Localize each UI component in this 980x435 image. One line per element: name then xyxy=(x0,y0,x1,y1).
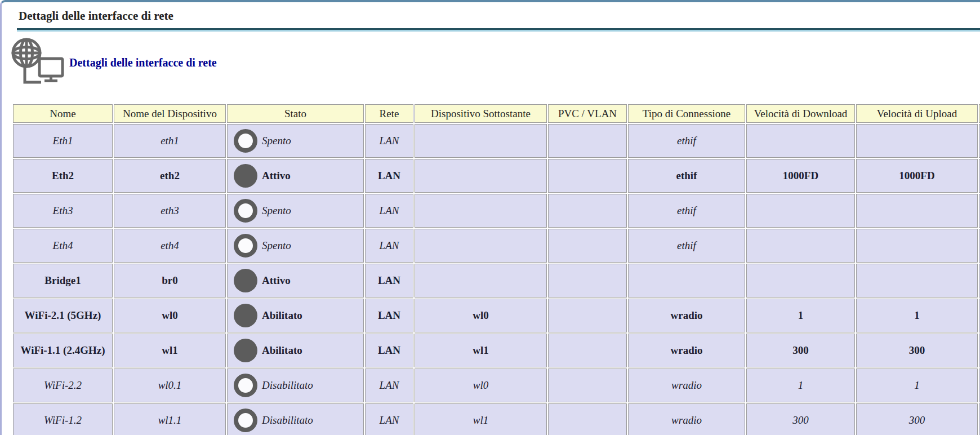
cell-status: Spento xyxy=(227,229,364,263)
status-label: Attivo xyxy=(262,170,291,181)
cell-status: Attivo xyxy=(227,264,364,298)
cell-pvc_vlan xyxy=(548,264,627,298)
cell-network: LAN xyxy=(365,124,413,158)
status-label: Spento xyxy=(262,205,291,216)
status-label: Disabilitato xyxy=(262,379,313,391)
cell-connection: ethif xyxy=(628,229,745,263)
cell-underlying: wl0 xyxy=(415,299,547,332)
cell-download: 300 xyxy=(746,403,855,435)
cell-device: eth2 xyxy=(114,159,226,193)
cell-underlying xyxy=(415,194,547,228)
cell-pvc_vlan xyxy=(548,194,627,228)
cell-name: WiFi-2.1 (5GHz) xyxy=(13,299,113,332)
cell-download xyxy=(746,229,855,263)
table-row: WiFi-2.1 (5GHz)wl0AbilitatoLANwl0wradio1… xyxy=(13,299,980,332)
status-label: Spento xyxy=(262,239,291,251)
column-header-pvc_vlan: PVC / VLAN xyxy=(548,104,627,123)
cell-pvc_vlan xyxy=(548,369,627,402)
cell-upload: 1 xyxy=(856,299,978,332)
cell-connection: ethif xyxy=(628,194,745,228)
cell-network: LAN xyxy=(365,159,413,193)
cell-upload xyxy=(856,229,978,263)
table-row: Bridge1br0AttivoLAN xyxy=(13,264,980,298)
cell-download xyxy=(746,124,855,158)
cell-network: LAN xyxy=(365,299,413,332)
cell-status: Abilitato xyxy=(227,334,364,367)
cell-name: Eth2 xyxy=(13,159,113,193)
cell-connection xyxy=(628,264,745,298)
cell-connection: wradio xyxy=(628,403,745,435)
column-header-device: Nome del Dispositivo xyxy=(114,104,226,123)
column-header-underlying: Dispositivo Sottostante xyxy=(415,104,547,123)
cell-network: LAN xyxy=(365,403,413,435)
status-inactive-icon xyxy=(234,234,257,258)
cell-download: 1000FD xyxy=(746,159,855,193)
cell-device: wl0 xyxy=(114,299,226,332)
page-title: Dettagli delle interfacce di rete xyxy=(2,2,980,28)
cell-download xyxy=(746,264,855,298)
cell-underlying xyxy=(415,159,547,193)
status-inactive-icon xyxy=(234,129,257,153)
cell-pvc_vlan xyxy=(548,124,627,158)
status-label: Abilitato xyxy=(262,309,302,321)
cell-status: Spento xyxy=(227,124,364,158)
cell-pvc_vlan xyxy=(548,334,627,367)
status-active-icon xyxy=(234,164,257,188)
cell-pvc_vlan xyxy=(548,229,627,263)
table-row: Eth3eth3SpentoLANethif xyxy=(13,194,980,228)
cell-upload: 300 xyxy=(856,334,978,367)
cell-status: Disabilitato xyxy=(227,369,364,402)
column-header-connection: Tipo di Connessione xyxy=(628,104,745,123)
cell-name: WiFi-1.1 (2.4GHz) xyxy=(13,334,113,367)
cell-connection: wradio xyxy=(628,369,745,402)
cell-connection: wradio xyxy=(628,334,745,367)
cell-name: WiFi-2.2 xyxy=(13,369,113,402)
column-header-download: Velocità di Download xyxy=(746,104,855,123)
status-inactive-icon xyxy=(234,374,257,397)
cell-device: wl1.1 xyxy=(114,403,226,435)
cell-network: LAN xyxy=(365,194,413,228)
cell-network: LAN xyxy=(365,334,413,367)
cell-network: LAN xyxy=(365,369,413,402)
status-active-icon xyxy=(234,339,257,362)
cell-connection: ethif xyxy=(628,159,745,193)
cell-connection: wradio xyxy=(628,299,745,332)
status-label: Attivo xyxy=(262,274,291,286)
cell-device: wl1 xyxy=(114,334,226,367)
table-row: WiFi-1.1 (2.4GHz)wl1AbilitatoLANwl1wradi… xyxy=(13,334,980,367)
network-interface-details-page: Dettagli delle interfacce di rete Dettag… xyxy=(0,0,980,435)
status-inactive-icon xyxy=(234,199,257,223)
cell-name: Bridge1 xyxy=(13,264,113,298)
cell-underlying: wl1 xyxy=(415,334,547,367)
status-inactive-icon xyxy=(234,409,257,432)
cell-name: WiFi-1.2 xyxy=(13,403,113,435)
cell-device: eth3 xyxy=(114,194,226,228)
cell-underlying: wl1 xyxy=(415,403,547,435)
title-divider xyxy=(17,28,980,32)
cell-name: Eth3 xyxy=(13,194,113,228)
cell-device: wl0.1 xyxy=(114,369,226,402)
cell-device: br0 xyxy=(114,264,226,298)
cell-underlying xyxy=(415,229,547,263)
status-active-icon xyxy=(234,304,257,327)
table-header: NomeNome del DispositivoStatoReteDisposi… xyxy=(13,104,980,123)
cell-upload xyxy=(856,194,978,228)
cell-device: eth1 xyxy=(114,124,226,158)
column-header-name: Nome xyxy=(13,104,113,123)
cell-network: LAN xyxy=(365,264,413,298)
cell-pvc_vlan xyxy=(548,159,627,193)
status-active-icon xyxy=(234,269,257,292)
status-label: Spento xyxy=(262,135,291,147)
cell-status: Abilitato xyxy=(227,299,364,332)
cell-upload: 1000FD xyxy=(856,159,978,193)
cell-underlying xyxy=(415,124,547,158)
table-row: Eth1eth1SpentoLANethif xyxy=(13,124,980,158)
status-label: Abilitato xyxy=(262,344,302,356)
status-label: Disabilitato xyxy=(262,414,313,426)
table-row: Eth2eth2AttivoLANethif1000FD1000FD xyxy=(13,159,980,193)
cell-pvc_vlan xyxy=(548,299,627,332)
cell-status: Disabilitato xyxy=(227,403,364,435)
cell-pvc_vlan xyxy=(548,403,627,435)
column-header-status: Stato xyxy=(227,104,364,123)
table-row: WiFi-2.2wl0.1DisabilitatoLANwl0wradio11 xyxy=(13,369,980,402)
